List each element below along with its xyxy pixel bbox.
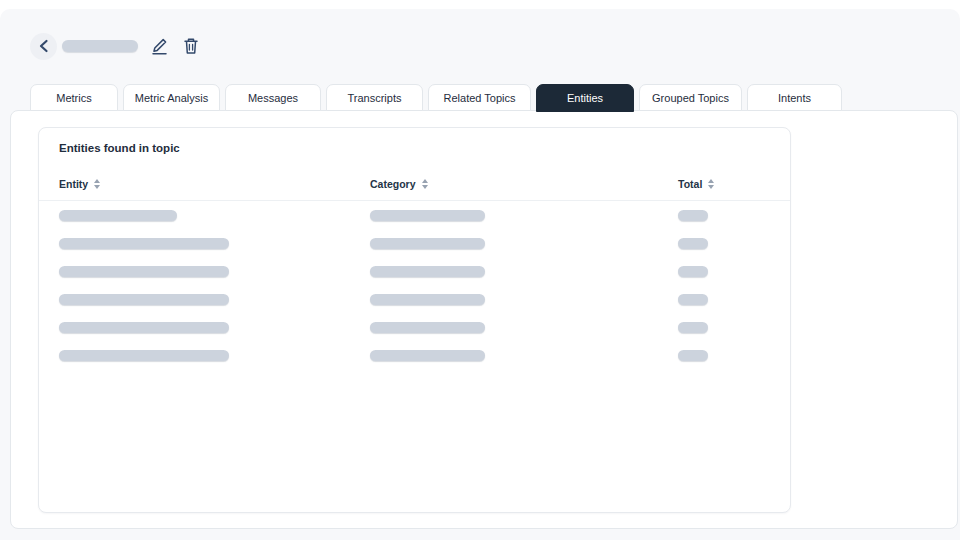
table-row	[39, 285, 790, 313]
table-row	[39, 313, 790, 341]
table-row	[39, 201, 790, 229]
skeleton-pill	[678, 322, 708, 333]
title-skeleton	[62, 40, 138, 52]
cell-entity	[59, 238, 370, 249]
delete-button[interactable]	[180, 35, 202, 57]
skeleton-pill	[59, 322, 229, 333]
skeleton-pill	[370, 322, 485, 333]
table-row	[39, 341, 790, 369]
cell-entity	[59, 294, 370, 305]
cell-total	[678, 350, 770, 361]
skeleton-pill	[59, 238, 229, 249]
skeleton-pill	[678, 266, 708, 277]
cell-total	[678, 266, 770, 277]
cell-category	[370, 238, 678, 249]
column-label: Entity	[59, 178, 88, 190]
skeleton-pill	[678, 294, 708, 305]
cell-category	[370, 210, 678, 221]
cell-category	[370, 350, 678, 361]
cell-entity	[59, 210, 370, 221]
cell-total	[678, 238, 770, 249]
cell-entity	[59, 266, 370, 277]
entities-card: Entities found in topic EntityCategoryTo…	[38, 127, 791, 513]
tab-metric-analysis[interactable]: Metric Analysis	[123, 84, 220, 111]
sort-down-arrow	[422, 185, 428, 189]
skeleton-pill	[370, 238, 485, 249]
sort-up-arrow	[422, 179, 428, 183]
skeleton-pill	[678, 350, 708, 361]
tab-transcripts[interactable]: Transcripts	[326, 84, 423, 111]
tab-metrics[interactable]: Metrics	[30, 84, 118, 111]
chevron-left-icon	[38, 39, 50, 53]
tab-entities[interactable]: Entities	[536, 84, 634, 112]
column-label: Total	[678, 178, 702, 190]
skeleton-pill	[678, 238, 708, 249]
column-header-total[interactable]: Total	[678, 178, 770, 190]
sort-icon	[708, 179, 714, 189]
tab-grouped-topics[interactable]: Grouped Topics	[639, 84, 742, 111]
cell-total	[678, 322, 770, 333]
table-header-row: EntityCategoryTotal	[39, 167, 790, 201]
cell-entity	[59, 322, 370, 333]
content-panel: Entities found in topic EntityCategoryTo…	[10, 110, 958, 529]
skeleton-pill	[370, 210, 485, 221]
skeleton-pill	[370, 294, 485, 305]
skeleton-pill	[370, 350, 485, 361]
trash-icon	[183, 37, 199, 55]
sort-up-arrow	[708, 179, 714, 183]
sort-icon	[94, 179, 100, 189]
table-row	[39, 257, 790, 285]
card-title: Entities found in topic	[59, 142, 770, 154]
cell-total	[678, 294, 770, 305]
edit-button[interactable]	[148, 35, 170, 57]
skeleton-pill	[59, 350, 229, 361]
cell-category	[370, 322, 678, 333]
column-label: Category	[370, 178, 416, 190]
tab-intents[interactable]: Intents	[747, 84, 842, 111]
sort-down-arrow	[94, 185, 100, 189]
skeleton-pill	[59, 266, 229, 277]
sort-up-arrow	[94, 179, 100, 183]
column-header-entity[interactable]: Entity	[59, 178, 370, 190]
pencil-icon	[151, 37, 168, 55]
tab-bar: MetricsMetric AnalysisMessagesTranscript…	[30, 84, 842, 112]
skeleton-pill	[678, 210, 708, 221]
cell-category	[370, 294, 678, 305]
back-button[interactable]	[30, 33, 57, 60]
cell-category	[370, 266, 678, 277]
column-header-category[interactable]: Category	[370, 178, 678, 190]
table-body	[39, 201, 790, 369]
cell-total	[678, 210, 770, 221]
skeleton-pill	[59, 210, 177, 221]
topbar	[30, 32, 202, 60]
tab-messages[interactable]: Messages	[225, 84, 321, 111]
tab-related-topics[interactable]: Related Topics	[428, 84, 531, 111]
sort-down-arrow	[708, 185, 714, 189]
skeleton-pill	[59, 294, 229, 305]
sort-icon	[422, 179, 428, 189]
skeleton-pill	[370, 266, 485, 277]
cell-entity	[59, 350, 370, 361]
table-row	[39, 229, 790, 257]
